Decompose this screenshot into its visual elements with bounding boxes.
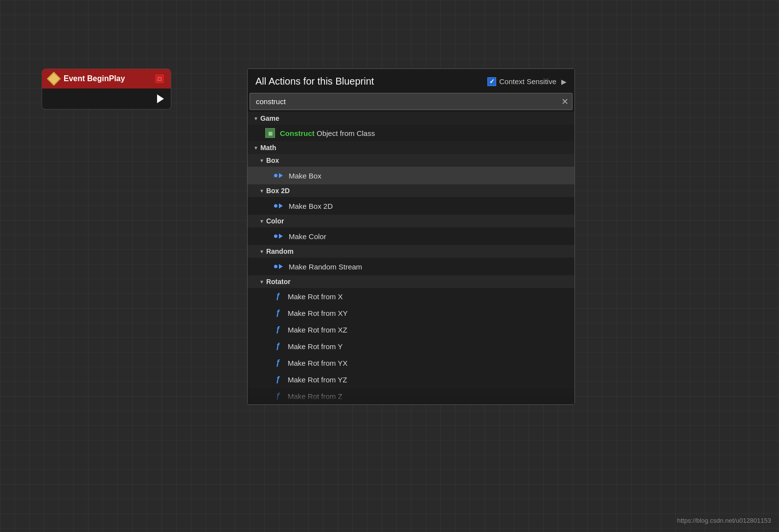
context-sensitive-label: Context Sensitive — [499, 77, 556, 86]
subcategory-box2d[interactable]: ▼ Box 2D — [248, 184, 574, 197]
list-item[interactable]: ƒ Make Rot from X — [248, 288, 574, 305]
make-color-icon — [273, 231, 284, 242]
list-item[interactable]: Make Color — [248, 227, 574, 245]
item-text: Make Rot from X — [288, 292, 343, 301]
subcategory-color[interactable]: ▼ Color — [248, 215, 574, 227]
action-list-wrapper: ▼ Game ▦ Construct Object from Class ▼ M… — [248, 112, 574, 404]
watermark-text: https://blog.csdn.net/u012801153 — [677, 517, 771, 524]
func-rot-y-icon: ƒ — [273, 341, 283, 351]
watermark: https://blog.csdn.net/u012801153 — [677, 517, 771, 524]
subcategory-box-label: Box — [266, 156, 279, 164]
list-item[interactable]: ▦ Construct Object from Class — [248, 125, 574, 141]
bp-node-close-button[interactable]: □ — [155, 74, 164, 83]
subcategory-random[interactable]: ▼ Random — [248, 245, 574, 258]
list-item[interactable]: ƒ Make Rot from YZ — [248, 371, 574, 388]
construct-icon: ▦ — [265, 128, 275, 138]
subcategory-box-arrow-icon: ▼ — [259, 158, 264, 163]
subcategory-random-label: Random — [266, 247, 294, 255]
list-item[interactable]: Make Random Stream — [248, 258, 574, 275]
func-rot-yz-icon: ƒ — [273, 375, 283, 384]
context-sensitive-arrow-icon: ▶ — [561, 78, 567, 86]
item-text: Make Rot from XZ — [288, 326, 347, 334]
subcategory-box2d-label: Box 2D — [266, 187, 290, 195]
list-item[interactable]: ƒ Make Rot from Y — [248, 338, 574, 355]
bp-node-event-begin-play: Event BeginPlay □ — [42, 68, 171, 110]
event-diamond-icon — [47, 72, 61, 86]
subcategory-box2d-arrow-icon: ▼ — [259, 188, 264, 194]
item-text: Make Box 2D — [289, 202, 333, 210]
item-text: Make Rot from Z — [288, 392, 343, 400]
bp-node-title: Event BeginPlay — [64, 74, 150, 83]
list-item[interactable]: Make Box — [248, 167, 574, 184]
bp-node-header: Event BeginPlay □ — [42, 69, 171, 89]
list-item[interactable]: ƒ Make Rot from Z — [248, 388, 574, 404]
action-panel: All Actions for this Blueprint Context S… — [247, 68, 575, 405]
func-rot-yx-icon: ƒ — [273, 358, 283, 368]
context-sensitive-container: Context Sensitive ▶ — [487, 77, 567, 86]
func-rot-xz-icon: ƒ — [273, 325, 283, 334]
search-bar: ✕ — [250, 93, 573, 110]
subcategory-random-arrow-icon: ▼ — [259, 249, 264, 254]
item-text: Make Rot from YX — [288, 359, 347, 367]
item-text: Make Rot from Y — [288, 342, 343, 351]
list-item[interactable]: ƒ Make Rot from YX — [248, 355, 574, 371]
category-game-label: Game — [260, 114, 279, 122]
bp-node-body — [42, 89, 171, 109]
category-math[interactable]: ▼ Math — [248, 141, 574, 154]
list-item[interactable]: ƒ Make Rot from XZ — [248, 321, 574, 338]
category-math-label: Math — [260, 144, 276, 152]
highlight-text: Construct — [280, 129, 315, 137]
context-sensitive-checkbox[interactable] — [487, 77, 496, 86]
list-item[interactable]: ƒ Make Rot from XY — [248, 305, 574, 321]
action-list[interactable]: ▼ Game ▦ Construct Object from Class ▼ M… — [248, 112, 574, 404]
item-text: Construct Object from Class — [280, 129, 375, 137]
search-clear-button[interactable]: ✕ — [561, 96, 569, 107]
item-text: Make Random Stream — [289, 263, 362, 271]
search-input[interactable] — [250, 93, 573, 110]
make-box-icon — [273, 170, 284, 181]
action-panel-header: All Actions for this Blueprint Context S… — [248, 69, 574, 93]
item-text: Make Color — [289, 232, 326, 241]
func-rot-x-icon: ƒ — [273, 291, 283, 301]
category-math-arrow-icon: ▼ — [253, 145, 258, 151]
func-rot-z-icon: ƒ — [273, 391, 283, 401]
subcategory-box[interactable]: ▼ Box — [248, 154, 574, 167]
subcategory-rotator-label: Rotator — [266, 278, 291, 286]
normal-text: Object from Class — [315, 129, 375, 137]
func-rot-xy-icon: ƒ — [273, 308, 283, 318]
category-game[interactable]: ▼ Game — [248, 112, 574, 125]
category-game-arrow-icon: ▼ — [253, 116, 258, 121]
item-text: Make Rot from XY — [288, 309, 348, 317]
subcategory-color-label: Color — [266, 217, 284, 225]
subcategory-rotator[interactable]: ▼ Rotator — [248, 275, 574, 288]
action-panel-title: All Actions for this Blueprint — [255, 76, 374, 87]
list-item[interactable]: Make Box 2D — [248, 197, 574, 215]
subcategory-rotator-arrow-icon: ▼ — [259, 279, 264, 285]
item-text: Make Box — [289, 172, 321, 180]
exec-output-pin[interactable] — [157, 94, 164, 103]
item-text: Make Rot from YZ — [288, 376, 347, 384]
make-random-stream-icon — [273, 261, 284, 272]
subcategory-color-arrow-icon: ▼ — [259, 219, 264, 224]
make-box2d-icon — [273, 200, 284, 211]
